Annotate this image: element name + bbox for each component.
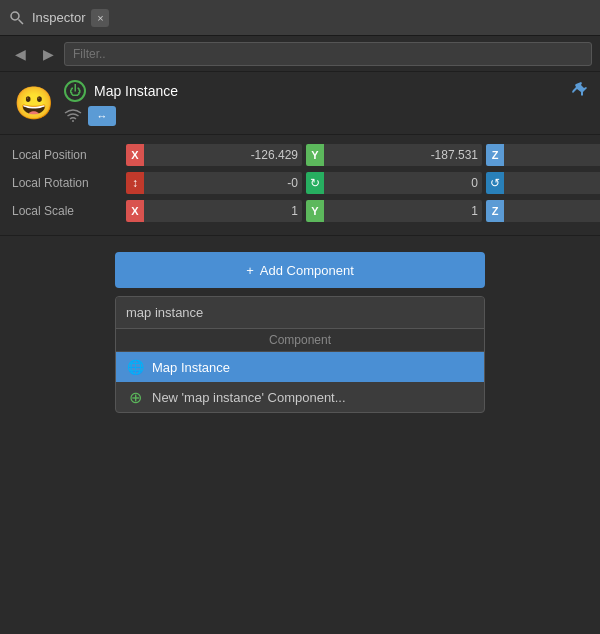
header-top: ⏻ Map Instance bbox=[64, 80, 588, 102]
transform-section: Local Position X Y Z Local Rotation ↕ bbox=[0, 135, 600, 231]
add-plus-symbol: + bbox=[246, 263, 254, 278]
rotation-z-group: ↺ bbox=[486, 172, 600, 194]
power-button[interactable]: ⏻ bbox=[64, 80, 86, 102]
title-bar: Inspector × bbox=[0, 0, 600, 36]
scale-y-input[interactable] bbox=[324, 200, 482, 222]
local-scale-fields: X Y Z bbox=[126, 200, 600, 222]
title-bar-title: Inspector bbox=[32, 10, 85, 25]
header-bottom: ↔ bbox=[64, 106, 588, 126]
rotation-z-input[interactable] bbox=[504, 172, 600, 194]
component-search-input[interactable] bbox=[116, 297, 484, 329]
position-y-input[interactable] bbox=[324, 144, 482, 166]
add-component-section: + Add Component Component 🌐 Map Instance… bbox=[0, 240, 600, 425]
scale-z-group: Z bbox=[486, 200, 600, 222]
add-component-label: Add Component bbox=[260, 263, 354, 278]
local-scale-label: Local Scale bbox=[12, 204, 122, 218]
local-rotation-fields: ↕ ↻ ↺ bbox=[126, 172, 600, 194]
rotation-x-icon: ↕ bbox=[126, 172, 144, 194]
scale-y-group: Y bbox=[306, 200, 482, 222]
position-x-input[interactable] bbox=[144, 144, 302, 166]
component-item-map-instance[interactable]: 🌐 Map Instance bbox=[116, 352, 484, 382]
header-controls: ⏻ Map Instance ↔ bbox=[64, 80, 588, 126]
arrows-button[interactable]: ↔ bbox=[88, 106, 116, 126]
avatar: 😀 bbox=[12, 81, 56, 125]
scale-x-label: X bbox=[126, 200, 144, 222]
inspector-icon bbox=[8, 9, 26, 27]
svg-point-0 bbox=[11, 12, 19, 20]
nav-bar: ◀ ▶ bbox=[0, 36, 600, 72]
rotation-x-group: ↕ bbox=[126, 172, 302, 194]
pin-icon[interactable] bbox=[572, 81, 588, 101]
forward-button[interactable]: ▶ bbox=[36, 42, 60, 66]
new-component-name: New 'map instance' Component... bbox=[152, 390, 346, 405]
position-x-group: X bbox=[126, 144, 302, 166]
svg-point-2 bbox=[72, 120, 74, 122]
wifi-icon bbox=[64, 108, 82, 125]
local-position-fields: X Y Z bbox=[126, 144, 600, 166]
scale-x-group: X bbox=[126, 200, 302, 222]
y-axis-label: Y bbox=[306, 144, 324, 166]
map-instance-icon: 🌐 bbox=[126, 358, 144, 376]
rotation-y-group: ↻ bbox=[306, 172, 482, 194]
scale-x-input[interactable] bbox=[144, 200, 302, 222]
rotation-x-input[interactable] bbox=[144, 172, 302, 194]
new-component-icon: ⊕ bbox=[126, 388, 144, 406]
local-rotation-row: Local Rotation ↕ ↻ ↺ bbox=[12, 169, 588, 197]
filter-input[interactable] bbox=[64, 42, 592, 66]
local-position-label: Local Position bbox=[12, 148, 122, 162]
local-rotation-label: Local Rotation bbox=[12, 176, 122, 190]
add-component-button[interactable]: + Add Component bbox=[115, 252, 485, 288]
local-position-row: Local Position X Y Z bbox=[12, 141, 588, 169]
object-name: Map Instance bbox=[94, 83, 178, 99]
position-z-input[interactable] bbox=[504, 144, 600, 166]
x-axis-label: X bbox=[126, 144, 144, 166]
rotation-y-icon: ↻ bbox=[306, 172, 324, 194]
component-dropdown-header: Component bbox=[116, 329, 484, 352]
z-axis-label: Z bbox=[486, 144, 504, 166]
position-z-group: Z bbox=[486, 144, 600, 166]
divider bbox=[0, 235, 600, 236]
local-scale-row: Local Scale X Y Z bbox=[12, 197, 588, 225]
svg-line-1 bbox=[19, 19, 24, 24]
component-item-new[interactable]: ⊕ New 'map instance' Component... bbox=[116, 382, 484, 412]
position-y-group: Y bbox=[306, 144, 482, 166]
scale-z-label: Z bbox=[486, 200, 504, 222]
rotation-z-icon: ↺ bbox=[486, 172, 504, 194]
scale-y-label: Y bbox=[306, 200, 324, 222]
back-button[interactable]: ◀ bbox=[8, 42, 32, 66]
scale-z-input[interactable] bbox=[504, 200, 600, 222]
object-header: 😀 ⏻ Map Instance ↔ bbox=[0, 72, 600, 135]
component-dropdown: Component 🌐 Map Instance ⊕ New 'map inst… bbox=[115, 296, 485, 413]
map-instance-name: Map Instance bbox=[152, 360, 230, 375]
rotation-y-input[interactable] bbox=[324, 172, 482, 194]
close-button[interactable]: × bbox=[91, 9, 109, 27]
